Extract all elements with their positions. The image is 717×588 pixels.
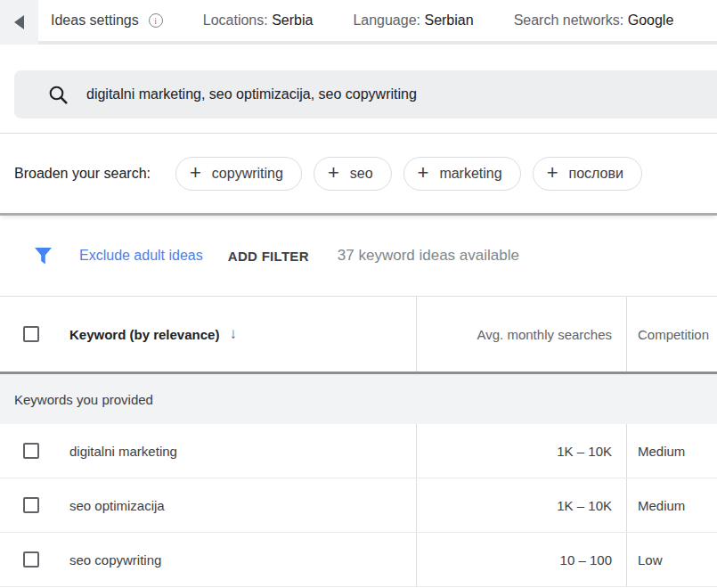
back-button[interactable] — [0, 0, 38, 45]
search-section: digitalni marketing, seo optimizacija, s… — [0, 45, 717, 134]
competition-value: Medium — [638, 498, 685, 513]
select-all-checkbox[interactable] — [23, 326, 39, 342]
plus-icon: + — [547, 163, 558, 183]
search-query-text: digitalni marketing, seo optimizacija, s… — [86, 86, 417, 102]
competition-value: Low — [638, 552, 663, 568]
competition-cell: Medium — [626, 478, 717, 532]
keyword-text: digitalni marketing — [69, 444, 177, 459]
search-networks-label: Search networks: — [514, 12, 624, 28]
sort-descending-icon[interactable]: ↓ — [229, 325, 237, 343]
topbar-content: Ideas settings i Locations: Serbia Langu… — [38, 0, 673, 45]
back-arrow-icon — [14, 15, 24, 29]
filter-funnel-icon[interactable] — [34, 247, 53, 265]
avg-searches-column-header[interactable]: Avg. monthly searches — [477, 327, 612, 342]
broaden-search-label: Broaden your search: — [14, 166, 151, 182]
avg-searches-cell: 10 – 100 — [416, 533, 626, 586]
language-label: Language: — [353, 12, 420, 28]
add-filter-button[interactable]: ADD FILTER — [228, 249, 309, 264]
table-row: seo optimizacija 1K – 10K Medium — [0, 478, 717, 533]
info-icon[interactable]: i — [149, 13, 163, 28]
ideas-settings-bar: Ideas settings i Locations: Serbia Langu… — [0, 0, 717, 45]
keyword-planner-page: Ideas settings i Locations: Serbia Langu… — [0, 0, 717, 588]
chip-label: marketing — [439, 166, 501, 182]
keyword-ideas-table: Keyword (by relevance) ↓ Avg. monthly se… — [0, 296, 717, 587]
chip-copywriting[interactable]: + copywriting — [175, 157, 302, 191]
table-row: digitalni marketing 1K – 10K Medium — [0, 424, 717, 478]
plus-icon: + — [418, 163, 429, 183]
search-networks-setting[interactable]: Search networks: Google — [514, 12, 674, 29]
row-checkbox[interactable] — [23, 551, 39, 568]
language-value: Serbian — [424, 12, 473, 28]
avg-searches-value: 1K – 10K — [557, 444, 612, 459]
row-checkbox[interactable] — [23, 497, 39, 513]
avg-searches-cell: 1K – 10K — [416, 478, 626, 532]
chip-marketing[interactable]: + marketing — [403, 157, 521, 191]
section-header-keywords-you-provided: Keywords you provided — [0, 372, 717, 424]
competition-value: Medium — [638, 444, 685, 459]
competition-cell: Low — [626, 533, 717, 586]
plus-icon: + — [190, 163, 201, 183]
exclude-adult-ideas-link[interactable]: Exclude adult ideas — [79, 248, 203, 264]
keyword-text: seo optimizacija — [69, 498, 165, 513]
chip-poslovi[interactable]: + послови — [533, 157, 642, 191]
table-row: seo copywriting 10 – 100 Low — [0, 533, 717, 587]
ideas-settings-title-group: Ideas settings i — [51, 12, 163, 29]
locations-setting[interactable]: Locations: Serbia — [203, 12, 314, 29]
keyword-ideas-count: 37 keyword ideas available — [338, 247, 519, 265]
competition-header-cell: Competition — [626, 297, 717, 372]
table-header-row: Keyword (by relevance) ↓ Avg. monthly se… — [0, 297, 717, 372]
competition-cell: Medium — [626, 424, 717, 478]
broaden-search-bar: Broaden your search: + copywriting + seo… — [0, 134, 717, 216]
keyword-cell: seo optimizacija — [0, 478, 416, 532]
avg-searches-cell: 1K – 10K — [416, 424, 626, 478]
avg-searches-value: 1K – 10K — [557, 498, 612, 513]
chip-label: seo — [350, 166, 373, 182]
avg-searches-header-cell: Avg. monthly searches — [416, 297, 626, 372]
language-setting[interactable]: Language: Serbian — [353, 12, 473, 29]
plus-icon: + — [328, 163, 339, 183]
avg-searches-value: 10 – 100 — [560, 552, 612, 568]
search-icon — [48, 85, 69, 105]
section-label: Keywords you provided — [14, 392, 153, 407]
keyword-search-input[interactable]: digitalni marketing, seo optimizacija, s… — [14, 70, 717, 118]
competition-column-header[interactable]: Competition — [638, 327, 709, 342]
keyword-cell: digitalni marketing — [0, 424, 416, 478]
chip-label: copywriting — [212, 166, 283, 182]
row-checkbox[interactable] — [23, 443, 39, 459]
ideas-settings-title: Ideas settings — [51, 12, 139, 29]
locations-label: Locations: — [203, 12, 268, 28]
chip-label: послови — [569, 166, 623, 182]
search-networks-value: Google — [628, 12, 674, 28]
keyword-cell: seo copywriting — [0, 533, 416, 586]
filter-bar: Exclude adult ideas ADD FILTER 37 keywor… — [0, 216, 717, 296]
locations-value: Serbia — [272, 12, 313, 28]
keyword-text: seo copywriting — [69, 552, 161, 568]
keyword-column-header[interactable]: Keyword (by relevance) — [69, 327, 219, 342]
chip-seo[interactable]: + seo — [314, 157, 392, 191]
keyword-header-cell: Keyword (by relevance) ↓ — [0, 297, 416, 372]
